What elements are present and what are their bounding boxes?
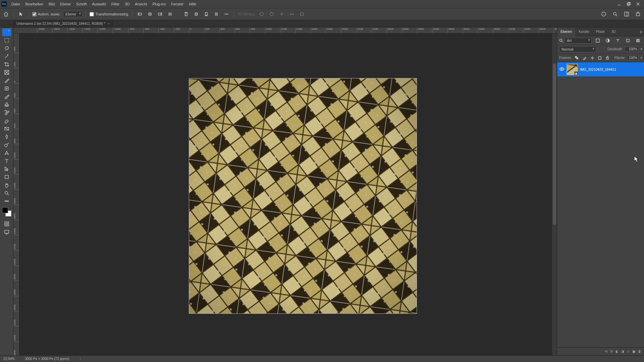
status-arrow[interactable]: 〉 — [79, 357, 83, 361]
menu-filter[interactable]: Filter — [109, 0, 122, 8]
share-button[interactable] — [634, 10, 642, 18]
align-bottom-button[interactable] — [202, 10, 210, 18]
hand-tool[interactable] — [2, 181, 11, 189]
filter-smart-icon[interactable] — [634, 37, 642, 45]
document-tab[interactable]: Unbenannt-1 bei 22,5% (IMG_20210420_1844… — [13, 20, 113, 27]
align-hcenter-button[interactable] — [146, 10, 154, 18]
move-tool[interactable] — [2, 28, 11, 36]
new-group-button[interactable]: ▱ — [627, 350, 630, 353]
viewport[interactable] — [19, 34, 557, 355]
type-tool[interactable] — [2, 157, 11, 165]
lock-artboard-icon[interactable] — [597, 54, 603, 62]
document-tab-close[interactable]: × — [108, 22, 110, 25]
panel-tab-paths[interactable]: Pfade — [593, 27, 608, 36]
status-info[interactable]: 3000 Px × 3000 Px (72 ppcm) — [25, 357, 69, 361]
menu-3d[interactable]: 3D — [122, 0, 132, 8]
layer-filter-dropdown[interactable]: Art — [565, 38, 592, 44]
opacity-input[interactable]: 100% — [625, 47, 639, 52]
add-mask-button[interactable]: ◐ — [615, 350, 619, 353]
menu-window[interactable]: Fenster — [168, 0, 186, 8]
workspace-button[interactable] — [623, 10, 631, 18]
panel-tab-layers[interactable]: Ebenen — [557, 27, 575, 36]
filter-pixel-icon[interactable] — [594, 37, 602, 45]
align-right-button[interactable] — [156, 10, 164, 18]
brush-tool[interactable] — [2, 93, 11, 101]
auto-select-target-dropdown[interactable]: Ebene — [63, 11, 83, 17]
quickmask-button[interactable] — [2, 220, 11, 228]
3d-scale-button[interactable] — [298, 10, 306, 18]
3d-pan-button[interactable] — [278, 10, 286, 18]
menu-edit[interactable]: Bearbeiten — [23, 0, 46, 8]
horizontal-ruler[interactable]: -2000-1800-1600-1400-1200-1000-800-600-4… — [13, 27, 557, 34]
layer-fx-button[interactable]: fx — [610, 350, 613, 353]
stamp-tool[interactable] — [2, 101, 11, 109]
layer-name[interactable]: IMG_20210420_184411 — [580, 68, 616, 71]
color-swatches[interactable] — [2, 207, 11, 217]
adjustment-layer-button[interactable]: ◑ — [621, 350, 624, 353]
vertical-scrollbar-thumb[interactable] — [553, 64, 556, 225]
eraser-tool[interactable] — [2, 117, 11, 125]
current-tool-icon[interactable] — [17, 10, 25, 18]
layer-thumbnail[interactable]: ▦ — [567, 64, 578, 75]
home-button[interactable] — [2, 10, 10, 18]
link-layers-button[interactable]: ⟲ — [605, 350, 607, 353]
blur-tool[interactable] — [2, 133, 11, 141]
crop-tool[interactable] — [2, 60, 11, 68]
lock-all-icon[interactable] — [605, 54, 610, 62]
wand-tool[interactable] — [2, 52, 11, 60]
delete-layer-button[interactable]: 🗑 — [638, 350, 641, 353]
window-close-button[interactable] — [633, 1, 643, 7]
filter-shape-icon[interactable] — [624, 37, 632, 45]
menu-type[interactable]: Schrift — [73, 0, 89, 8]
menu-layer[interactable]: Ebene — [57, 0, 73, 8]
lock-paint-icon[interactable] — [582, 54, 587, 62]
transform-controls-checkbox[interactable]: Transformationsstrg. — [90, 12, 129, 16]
window-minimize-button[interactable] — [614, 1, 624, 7]
align-left-button[interactable] — [136, 10, 144, 18]
lock-position-icon[interactable] — [589, 54, 595, 62]
align-top-button[interactable] — [182, 10, 190, 18]
layer-visibility-toggle[interactable] — [559, 67, 565, 72]
window-restore-button[interactable] — [624, 1, 633, 7]
menu-view[interactable]: Ansicht — [132, 0, 150, 8]
3d-slide-button[interactable] — [288, 10, 296, 18]
cloud-docs-button[interactable] — [600, 10, 608, 18]
layer-row[interactable]: ▦ IMG_20210420_184411 — [557, 62, 644, 76]
auto-select-checkbox[interactable]: Autom. ausw.: — [32, 12, 61, 16]
marquee-tool[interactable] — [2, 36, 11, 44]
path-select-tool[interactable] — [2, 165, 11, 173]
pen-tool[interactable] — [2, 149, 11, 157]
lasso-tool[interactable] — [2, 44, 11, 52]
menu-select[interactable]: Auswahl — [89, 0, 109, 8]
menu-help[interactable]: Hilfe — [186, 0, 199, 8]
3d-orbit-button[interactable] — [258, 10, 266, 18]
blend-mode-dropdown[interactable]: Normal — [559, 46, 596, 52]
zoom-tool[interactable] — [2, 189, 11, 197]
panel-menu-icon[interactable]: ≡ — [638, 30, 644, 34]
distribute-h-button[interactable] — [166, 10, 174, 18]
distribute-v-button[interactable] — [212, 10, 220, 18]
menu-file[interactable]: Datei — [9, 0, 23, 8]
more-tools[interactable] — [2, 197, 11, 205]
panel-tab-3d[interactable]: 3D — [608, 27, 619, 36]
filter-type-icon[interactable] — [614, 37, 622, 45]
vertical-ruler[interactable]: -400-20002004006008001000120014001600180… — [13, 34, 19, 355]
screenmode-button[interactable] — [2, 228, 11, 236]
menu-image[interactable]: Bild — [46, 0, 57, 8]
status-zoom[interactable]: 22,54% — [3, 357, 15, 361]
fill-input[interactable]: 100% — [627, 55, 639, 60]
shape-tool[interactable] — [2, 173, 11, 181]
lock-transparency-icon[interactable] — [574, 54, 580, 62]
vertical-scrollbar[interactable] — [552, 34, 557, 355]
history-brush-tool[interactable] — [2, 109, 11, 117]
new-layer-button[interactable]: ▣ — [632, 350, 635, 353]
frame-tool[interactable] — [2, 68, 11, 76]
gradient-tool[interactable] — [2, 125, 11, 133]
menu-plugins[interactable]: Plug-ins — [150, 0, 168, 8]
align-vcenter-button[interactable] — [192, 10, 200, 18]
eyedropper-tool[interactable] — [2, 76, 11, 84]
dodge-tool[interactable] — [2, 141, 11, 149]
filter-adjust-icon[interactable] — [604, 37, 612, 45]
heal-tool[interactable] — [2, 84, 11, 93]
foreground-color-swatch[interactable] — [2, 207, 8, 213]
